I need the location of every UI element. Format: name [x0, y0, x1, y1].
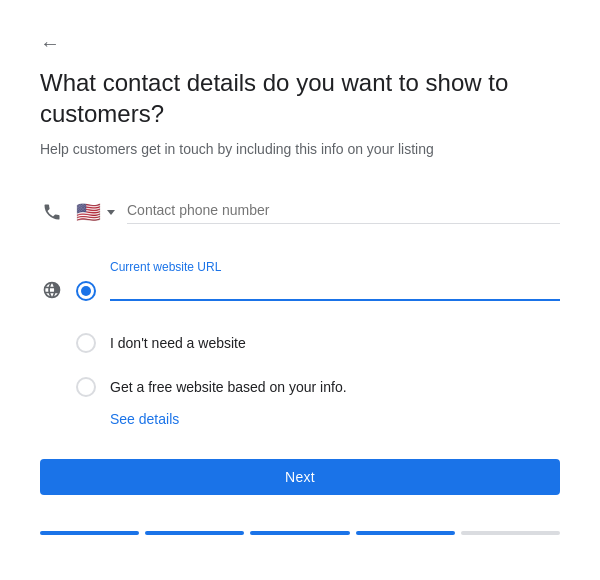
- back-arrow-icon: ←: [40, 32, 60, 55]
- radio-btn-no-website[interactable]: [76, 333, 96, 353]
- phone-row: 🇺🇸: [40, 200, 560, 224]
- country-flag-select[interactable]: 🇺🇸: [76, 200, 115, 224]
- progress-segment-1: [40, 531, 139, 535]
- back-button[interactable]: ←: [40, 32, 68, 55]
- progress-segment-2: [145, 531, 244, 535]
- progress-segment-4: [356, 531, 455, 535]
- radio-btn-free-website[interactable]: [76, 377, 96, 397]
- see-details-link[interactable]: See details: [76, 411, 560, 427]
- progress-segment-3: [250, 531, 349, 535]
- chevron-down-icon: [107, 210, 115, 215]
- radio-inner: [81, 286, 91, 296]
- progress-segment-5: [461, 531, 560, 535]
- form-section: 🇺🇸 Current website URL: [40, 200, 560, 427]
- page-title: What contact details do you want to show…: [40, 67, 560, 129]
- page-subtitle: Help customers get in touch by including…: [40, 139, 560, 160]
- progress-bar: [40, 531, 560, 559]
- next-button[interactable]: Next: [40, 459, 560, 495]
- header-section: What contact details do you want to show…: [40, 67, 560, 192]
- flag-emoji: 🇺🇸: [76, 200, 101, 224]
- url-input[interactable]: [110, 279, 560, 301]
- radio-free-website[interactable]: Get a free website based on your info.: [76, 365, 560, 409]
- radio-label-free-website: Get a free website based on your info.: [110, 379, 347, 395]
- url-field-wrap: Current website URL: [76, 248, 560, 301]
- globe-icon: [40, 280, 64, 300]
- website-section: Current website URL I don't need a websi…: [40, 248, 560, 427]
- phone-icon: [40, 202, 64, 222]
- radio-current-website[interactable]: Current website URL: [76, 248, 560, 301]
- radio-label-no-website: I don't need a website: [110, 335, 246, 351]
- radio-no-website[interactable]: I don't need a website: [76, 321, 560, 365]
- phone-input-wrap: [127, 201, 560, 224]
- radio-options: Current website URL I don't need a websi…: [76, 248, 560, 427]
- radio-btn-current[interactable]: [76, 281, 96, 301]
- url-field-label: Current website URL: [110, 260, 560, 274]
- phone-input[interactable]: [127, 202, 560, 218]
